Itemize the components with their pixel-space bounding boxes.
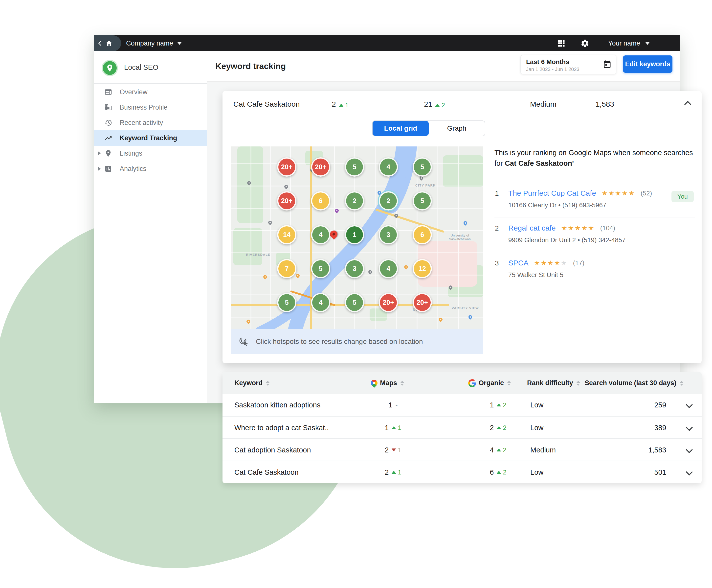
you-badge: You [671, 191, 694, 202]
date-range-value: Jan 1 2023 - Jun 1 2023 [526, 66, 580, 72]
sidebar-item-listings[interactable]: Listings [94, 146, 207, 161]
ranking-panel: This is your ranking on Google Maps when… [494, 147, 695, 287]
map-area-label: CITY PARK [415, 184, 436, 187]
grid-rank-hotspot[interactable]: 4 [311, 225, 330, 245]
grid-rank-hotspot[interactable]: 4 [379, 157, 398, 176]
keyword-card: Cat Cafe Saskatoon 21 212 Medium 1,583 L… [222, 91, 702, 363]
tab-graph[interactable]: Graph [429, 121, 485, 136]
table-row[interactable]: Saskatoon kitten adoptions1-12Low259 [222, 394, 702, 416]
result-business-link[interactable]: Regal cat cafe [508, 224, 556, 232]
collapse-row-button[interactable] [685, 102, 690, 108]
expand-row-button[interactable] [687, 425, 692, 431]
business-profile-icon [104, 103, 112, 111]
table-row[interactable]: Where to adopt a cat Saskat..1122Low389 [222, 416, 702, 438]
edit-keywords-button[interactable]: Edit keywords [623, 56, 672, 73]
result-rank: 3 [495, 259, 499, 267]
expand-row-button[interactable] [687, 447, 692, 453]
calendar-icon [603, 60, 612, 69]
grid-rank-hotspot[interactable]: 20+ [311, 157, 330, 176]
cell-maps-rank: 21 [366, 439, 420, 461]
home-icon[interactable] [105, 40, 113, 47]
sidebar-item-analytics[interactable]: Analytics [94, 161, 207, 176]
apps-grid-icon[interactable] [557, 39, 566, 48]
sidebar-item-label: Analytics [120, 165, 146, 173]
sidebar-item-label: Recent activity [120, 119, 163, 127]
grid-rank-hotspot[interactable]: 4 [379, 259, 398, 278]
result-review-count: (52) [641, 189, 652, 197]
grid-rank-hotspot[interactable]: 5 [277, 293, 297, 312]
cell-maps-rank: 11 [366, 417, 420, 439]
grid-rank-hotspot[interactable]: 5 [311, 259, 330, 278]
sidebar-item-business-profile[interactable]: Business Profile [94, 100, 207, 115]
date-range-picker[interactable]: Last 6 Months Jan 1 2023 - Jun 1 2023 [520, 55, 616, 74]
column-header-search-volume[interactable]: Search volume (last 30 days) [585, 372, 683, 394]
grid-rank-hotspot[interactable]: 14 [277, 225, 297, 245]
grid-rank-hotspot[interactable]: 2 [345, 191, 364, 211]
chevron-down-icon [686, 446, 693, 453]
grid-rank-hotspot[interactable]: 2 [379, 191, 398, 211]
result-business-link[interactable]: The Purrfect Cup Cat Cafe [508, 189, 596, 197]
grid-rank-hotspot[interactable]: 20+ [379, 293, 398, 312]
map-hint-bar: Click hotspots to see results change bas… [231, 329, 483, 354]
cell-maps-rank: 21 [366, 461, 420, 483]
column-header-rank-difficulty[interactable]: Rank difficulty [527, 372, 580, 394]
grid-rank-hotspot[interactable]: 3 [345, 259, 364, 278]
grid-rank-hotspot[interactable]: 4 [311, 293, 330, 312]
page-header: Keyword tracking Last 6 Months Jan 1 202… [207, 51, 680, 82]
map-area-label: VARSITY VIEW [452, 306, 479, 310]
back-chevron-icon[interactable] [97, 40, 103, 46]
grid-rank-hotspot[interactable]: 5 [413, 157, 432, 176]
settings-gear-icon[interactable] [581, 39, 589, 48]
chevron-down-icon [686, 468, 693, 476]
map-area-label: University of Saskatchewan [440, 233, 480, 241]
expand-row-button[interactable] [687, 402, 692, 408]
column-header-keyword[interactable]: Keyword [234, 372, 269, 394]
rank-delta: - [395, 401, 398, 409]
up-arrow-icon [392, 471, 396, 474]
grid-rank-hotspot[interactable]: 20+ [413, 293, 432, 312]
grid-rank-hotspot[interactable]: 5 [413, 191, 432, 211]
grid-rank-hotspot[interactable]: 5 [345, 293, 364, 312]
expand-row-button[interactable] [687, 469, 692, 476]
cell-search-volume: 1,583 [609, 439, 666, 461]
company-menu[interactable]: Company name [126, 35, 182, 51]
cell-organic-rank: 42 [471, 439, 525, 461]
overview-icon [104, 88, 112, 96]
expand-chevron-icon[interactable] [98, 167, 101, 171]
grid-rank-hotspot[interactable]: 12 [413, 259, 432, 278]
analytics-icon [104, 165, 112, 173]
grid-rank-hotspot[interactable]: 7 [277, 259, 297, 278]
topbar: Company name Your name [94, 35, 680, 51]
star-rating: ★★★★★ [602, 189, 635, 197]
result-address: 10166 Clearly Dr • (519) 693-5967 [508, 201, 695, 209]
grid-rank-hotspot[interactable]: 20+ [277, 157, 297, 176]
column-header-organic[interactable]: Organic [468, 372, 511, 394]
sidebar-item-recent-activity[interactable]: Recent activity [94, 115, 207, 130]
local-grid-map[interactable]: CITY PARKUniversity of SaskatchewanNUTAN… [231, 146, 483, 329]
result-business-link[interactable]: SPCA [508, 259, 528, 267]
organic-rank-delta: 2 [435, 101, 445, 109]
user-menu[interactable]: Your name [608, 35, 650, 51]
cell-rank-difficulty: Medium [530, 439, 556, 461]
grid-rank-hotspot[interactable]: 1 [345, 225, 364, 245]
up-arrow-icon [497, 471, 501, 474]
result-address: 75 Walker St Unit 5 [508, 271, 695, 279]
caret-down-icon [645, 42, 650, 45]
sort-icon [507, 381, 511, 386]
expand-chevron-icon[interactable] [98, 151, 101, 155]
grid-rank-hotspot[interactable]: 6 [413, 225, 432, 245]
tab-local-grid[interactable]: Local grid [372, 121, 429, 136]
sidebar-item-keyword-tracking[interactable]: Keyword Tracking [94, 130, 207, 146]
sort-icon [266, 381, 269, 386]
grid-rank-hotspot[interactable]: 6 [311, 191, 330, 211]
local-seo-logo-icon [103, 61, 117, 75]
grid-rank-hotspot[interactable]: 20+ [277, 191, 297, 211]
column-header-maps[interactable]: Maps [371, 372, 404, 394]
grid-rank-hotspot[interactable]: 3 [379, 225, 398, 245]
cell-rank-difficulty: Low [530, 417, 543, 439]
table-row[interactable]: Cat Cafe Saskatoon2162Low501 [222, 461, 702, 483]
cell-rank-difficulty: Low [530, 394, 543, 416]
grid-rank-hotspot[interactable]: 5 [345, 157, 364, 176]
sidebar-item-overview[interactable]: Overview [94, 84, 207, 100]
table-row[interactable]: Cat adoption Saskatoon2142Medium1,583 [222, 438, 702, 461]
